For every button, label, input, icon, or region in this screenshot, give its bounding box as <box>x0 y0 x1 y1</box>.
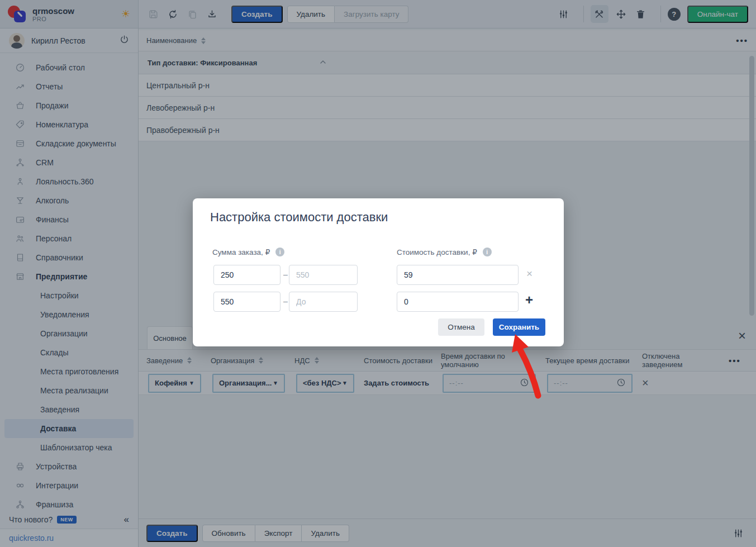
delivery-cost-modal: Настройка стоимости доставки Сумма заказ… <box>193 198 564 346</box>
add-row-icon[interactable]: + <box>525 292 533 308</box>
info-icon[interactable]: i <box>483 248 492 256</box>
order-sum-label: Сумма заказа, ₽ <box>212 248 270 256</box>
delivery-cost-label: Стоимость доставки, ₽ <box>397 248 477 256</box>
remove-row-icon[interactable]: × <box>526 268 532 280</box>
sum-to-input-2[interactable] <box>289 292 358 312</box>
sum-from-input-1[interactable] <box>213 265 280 285</box>
cancel-button[interactable]: Отмена <box>438 318 484 336</box>
sum-to-input-1[interactable] <box>289 265 358 285</box>
cost-input-2[interactable] <box>397 292 519 312</box>
modal-title: Настройка стоимости доставки <box>210 210 388 225</box>
info-icon[interactable]: i <box>275 248 284 256</box>
save-button[interactable]: Сохранить <box>493 318 545 336</box>
range-dash: – <box>283 297 288 306</box>
range-dash: – <box>283 270 288 279</box>
sum-from-input-2[interactable] <box>213 292 280 312</box>
cost-input-1[interactable] <box>397 265 519 285</box>
